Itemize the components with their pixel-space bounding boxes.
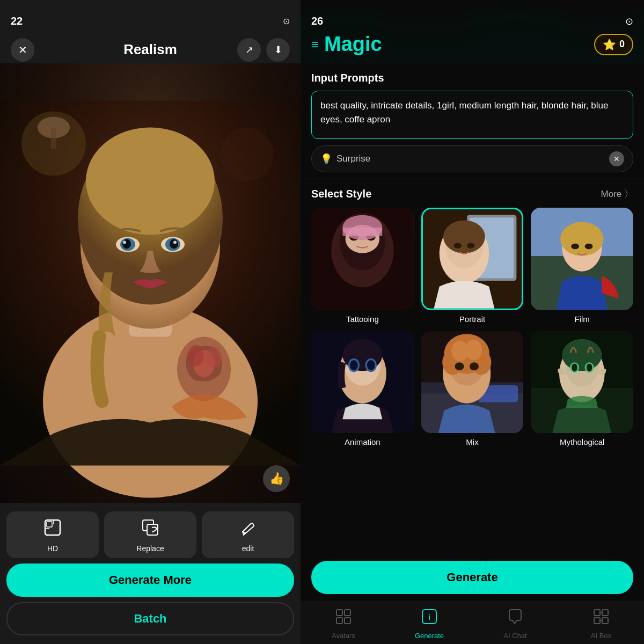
svg-point-78 bbox=[572, 363, 578, 371]
surprise-row: 💡 Surprise ✕ bbox=[311, 145, 633, 172]
share-button[interactable]: ↗ bbox=[237, 38, 261, 62]
style-item-animation[interactable]: Animation bbox=[311, 331, 414, 447]
style-label-animation: Animation bbox=[345, 437, 380, 447]
svg-point-18 bbox=[188, 345, 204, 367]
style-label-mix: Mix bbox=[466, 437, 478, 447]
prompt-section: Input Prompts best quality, intricate de… bbox=[301, 63, 644, 179]
svg-rect-23 bbox=[47, 522, 52, 527]
svg-rect-35 bbox=[342, 228, 382, 236]
generate-more-button[interactable]: Generate More bbox=[6, 564, 294, 597]
right-header: 26 ⊙ ≡ Magic ⭐ 0 bbox=[301, 0, 644, 63]
style-title: Select Style bbox=[311, 188, 371, 200]
svg-point-80 bbox=[587, 363, 592, 371]
nav-item-ai-chat[interactable]: AI Chat bbox=[472, 609, 558, 640]
nav-label-avatars: Avatars bbox=[332, 632, 355, 640]
svg-point-2 bbox=[220, 128, 274, 181]
bottom-actions: HD Replace edit bbox=[0, 503, 301, 564]
coin-icon: ⭐ bbox=[603, 38, 616, 51]
style-label-film: Film bbox=[575, 314, 590, 324]
svg-point-10 bbox=[122, 239, 131, 249]
svg-point-50 bbox=[585, 244, 593, 250]
svg-point-43 bbox=[467, 243, 474, 248]
right-title-row: ≡ Magic ⭐ 0 bbox=[311, 33, 633, 56]
svg-rect-90 bbox=[602, 618, 608, 624]
style-item-mythological[interactable]: Mythological bbox=[531, 331, 633, 447]
surprise-icon: 💡 bbox=[320, 153, 332, 165]
prompt-box[interactable]: best quality, intricate details, 1girl, … bbox=[311, 91, 633, 139]
style-item-tattooing[interactable]: Tattooing bbox=[311, 208, 414, 324]
generate-icon: i bbox=[421, 609, 437, 628]
svg-rect-87 bbox=[594, 610, 600, 616]
svg-point-69 bbox=[465, 340, 482, 360]
svg-rect-89 bbox=[594, 618, 600, 624]
image-container: 👍 bbox=[0, 63, 301, 503]
right-status-bar: 26 ⊙ bbox=[311, 15, 633, 27]
style-item-portrait[interactable]: Portrait bbox=[421, 208, 524, 324]
coin-badge[interactable]: ⭐ 0 bbox=[594, 34, 633, 55]
download-icon: ⬇ bbox=[274, 44, 282, 56]
clear-icon: ✕ bbox=[613, 155, 620, 163]
style-label-mythological: Mythological bbox=[560, 437, 604, 447]
style-label-portrait: Portrait bbox=[459, 314, 485, 324]
replace-label: Replace bbox=[136, 544, 164, 553]
edit-button[interactable]: edit bbox=[202, 511, 294, 558]
svg-point-56 bbox=[350, 360, 358, 370]
left-title-row: ✕ Realism ↗ ⬇ bbox=[0, 36, 301, 63]
svg-point-14 bbox=[170, 239, 178, 249]
svg-point-48 bbox=[560, 222, 604, 256]
portrait-image bbox=[0, 63, 301, 503]
edit-icon bbox=[239, 519, 257, 540]
svg-rect-82 bbox=[345, 610, 350, 616]
style-thumb-portrait bbox=[421, 208, 524, 310]
title-left: ≡ Magic bbox=[311, 33, 382, 56]
more-link[interactable]: More 〉 bbox=[601, 188, 633, 200]
generate-button[interactable]: Generate bbox=[311, 561, 633, 594]
nav-item-generate[interactable]: i Generate bbox=[386, 609, 472, 640]
svg-rect-83 bbox=[336, 618, 342, 624]
svg-point-15 bbox=[173, 241, 177, 244]
nav-label-ai-chat: AI Chat bbox=[503, 632, 526, 640]
svg-point-7 bbox=[86, 128, 215, 235]
left-shield-icon: ⊙ bbox=[283, 16, 290, 26]
replace-button[interactable]: Replace bbox=[104, 511, 196, 558]
style-item-mix[interactable]: Mix bbox=[421, 331, 524, 447]
close-button[interactable]: ✕ bbox=[11, 38, 34, 62]
hd-label: HD bbox=[47, 544, 58, 553]
hd-icon bbox=[44, 519, 61, 540]
edit-label: edit bbox=[242, 544, 254, 553]
style-item-film[interactable]: Film bbox=[531, 208, 633, 324]
left-status-time: 22 bbox=[11, 15, 23, 27]
like-button[interactable]: 👍 bbox=[263, 465, 290, 492]
style-thumb-tattooing bbox=[311, 208, 414, 310]
style-section: Select Style More 〉 bbox=[301, 179, 644, 555]
svg-point-41 bbox=[443, 221, 485, 254]
surprise-label: Surprise bbox=[336, 153, 370, 164]
svg-point-49 bbox=[572, 244, 580, 250]
svg-rect-21 bbox=[51, 128, 56, 149]
style-thumb-mythological bbox=[531, 331, 633, 434]
hamburger-icon[interactable]: ≡ bbox=[311, 37, 319, 52]
right-shield-icon: ⊙ bbox=[625, 16, 633, 27]
close-icon: ✕ bbox=[18, 43, 27, 56]
svg-rect-88 bbox=[602, 610, 608, 616]
download-button[interactable]: ⬇ bbox=[266, 38, 290, 62]
batch-button[interactable]: Batch bbox=[6, 602, 294, 635]
svg-point-71 bbox=[470, 362, 479, 370]
ai-box-icon bbox=[593, 609, 609, 628]
svg-rect-84 bbox=[345, 618, 350, 624]
svg-rect-22 bbox=[45, 520, 60, 535]
style-thumb-film bbox=[531, 208, 633, 310]
hd-button[interactable]: HD bbox=[6, 511, 99, 558]
style-label-tattooing: Tattooing bbox=[346, 314, 379, 324]
prompt-text: best quality, intricate details, 1girl, … bbox=[320, 100, 608, 125]
svg-point-19 bbox=[206, 347, 222, 368]
header-icons: ↗ ⬇ bbox=[237, 38, 290, 62]
svg-point-58 bbox=[367, 360, 375, 370]
app-title: Magic bbox=[324, 33, 382, 56]
nav-item-ai-box[interactable]: AI Box bbox=[558, 609, 644, 640]
clear-button[interactable]: ✕ bbox=[609, 151, 624, 166]
nav-item-avatars[interactable]: Avatars bbox=[301, 609, 386, 640]
left-panel: 22 ⊙ ✕ Realism ↗ ⬇ bbox=[0, 0, 301, 644]
surprise-button[interactable]: 💡 Surprise bbox=[320, 153, 370, 165]
svg-point-70 bbox=[455, 362, 464, 370]
